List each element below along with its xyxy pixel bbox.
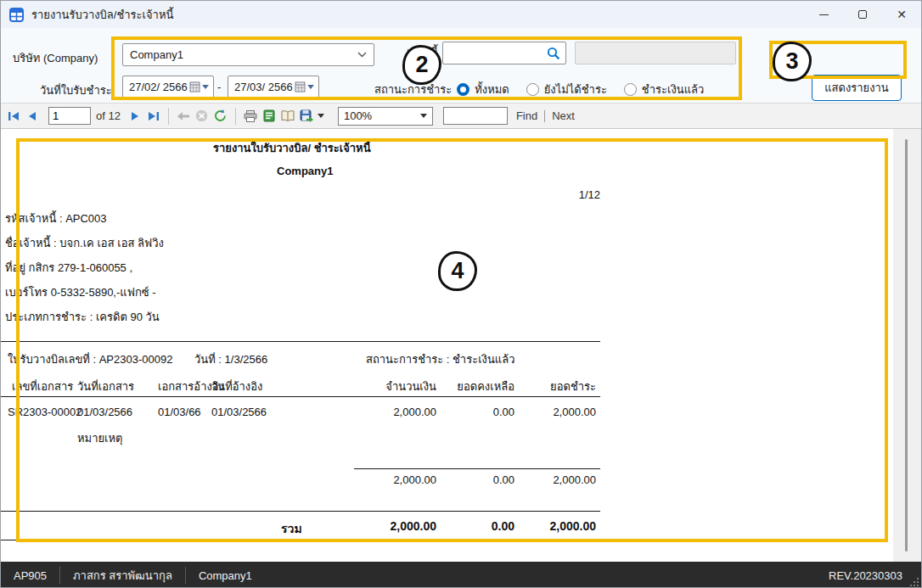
minimize-button[interactable] — [804, 1, 843, 28]
subtotal-balance: 0.00 — [493, 473, 514, 486]
creditor-name-line: ชื่อเจ้าหนี้ : บจก.เค เอส เอส ลิฟวิง — [5, 234, 164, 252]
radio-all-label[interactable]: ทั้งหมด — [475, 81, 509, 98]
statusbar: AP905 ภาสกร สราพัฒนากุล Company1 REV.202… — [1, 562, 921, 588]
report-viewer[interactable]: รายงานใบรับวางบิล/ ชำระเจ้าหนี้ Company1… — [1, 129, 921, 562]
creditor-phone-line: เบอร์โทร 0-5332-5890,-แฟกซ์ - — [5, 283, 156, 301]
col-header-amount: จำนวนเงิน — [385, 378, 436, 395]
vertical-scrollbar-thumb[interactable] — [905, 139, 908, 552]
col-header-paid: ยอดชำระ — [550, 378, 596, 395]
annotation-step-3: 3 — [773, 42, 812, 81]
creditor-searchbox — [442, 42, 566, 64]
close-icon: ✕ — [897, 8, 907, 20]
remark-label: หมายเหตุ — [77, 429, 123, 447]
company-select[interactable]: Company1 — [122, 43, 374, 66]
page-number-input[interactable] — [48, 107, 91, 125]
row-paid: 2,000.00 — [553, 406, 596, 418]
export-button[interactable] — [297, 107, 316, 126]
row-ref-doc: 01/03/66 — [158, 406, 201, 418]
company-select-value: Company1 — [130, 48, 183, 61]
zoom-select[interactable]: 100% — [338, 107, 433, 126]
chevron-down-icon — [202, 85, 209, 89]
radio-all[interactable] — [457, 83, 469, 96]
calendar-icon — [295, 81, 306, 92]
close-button[interactable]: ✕ — [882, 1, 921, 28]
print-layout-button[interactable] — [260, 107, 278, 126]
stop-button[interactable] — [193, 107, 211, 126]
minimize-icon — [819, 14, 829, 15]
radio-paid[interactable] — [624, 83, 637, 96]
date-to-picker[interactable]: 27/03/ 2566 — [228, 76, 319, 98]
total-label: รวม — [281, 519, 302, 538]
print-button[interactable] — [241, 107, 260, 126]
row-ref-date: 01/03/2566 — [211, 406, 267, 418]
date-range-label: วันที่ใบรับชำระ — [40, 81, 112, 99]
radio-unpaid[interactable] — [526, 83, 539, 96]
date-from-picker[interactable]: 27/02/ 2566 — [122, 76, 214, 98]
page-count-label: of 12 — [96, 109, 121, 122]
total-divider-top — [1, 511, 600, 512]
first-page-button[interactable] — [4, 107, 23, 126]
payment-type-line: ประเภทการชำระ : เครดิต 90 วัน — [5, 308, 160, 326]
resize-grip[interactable] — [910, 578, 919, 586]
report-toolbar: of 12 100 — [1, 103, 921, 129]
calendar-icon — [189, 81, 200, 92]
refresh-button[interactable] — [211, 107, 230, 126]
row-doc-date: 01/03/2566 — [77, 406, 132, 418]
maximize-button[interactable] — [843, 1, 882, 28]
radio-paid-label[interactable]: ชำระเงินแล้ว — [642, 81, 704, 98]
creditor-name-display — [575, 42, 736, 64]
next-button[interactable]: Next — [552, 109, 575, 122]
status-revision: REV.20230303 — [829, 569, 902, 582]
prev-page-button[interactable] — [23, 107, 42, 126]
date-from-value: 27/02/ 2566 — [129, 81, 188, 93]
app-icon — [9, 8, 24, 22]
back-button[interactable] — [174, 107, 193, 126]
report-divider — [1, 341, 600, 342]
report-company: Company1 — [277, 165, 333, 177]
total-amount: 2,000.00 — [391, 519, 437, 533]
findnext-separator — [544, 110, 545, 122]
window-titlebar: รายงานรับวางบิล/ชำระเจ้าหนี้ ✕ — [1, 1, 921, 28]
subtotal-paid: 2,000.00 — [553, 473, 596, 486]
window-title: รายงานรับวางบิล/ชำระเจ้าหนี้ — [31, 6, 173, 24]
bill-status: สถานะการชำระ : ชำระเงินแล้ว — [366, 350, 514, 368]
report-page-indicator: 1/12 — [579, 188, 600, 201]
subtotal-divider — [354, 468, 600, 469]
status-company: Company1 — [186, 569, 265, 582]
row-amount: 2,000.00 — [393, 406, 436, 418]
col-header-doc-date: วันที่เอกสาร — [77, 378, 134, 395]
col-header-doc-no: เลขที่เอกสาร — [12, 378, 73, 395]
radio-unpaid-label[interactable]: ยังไม่ได้ชำระ — [544, 81, 607, 98]
creditor-code-line: รหัสเจ้าหนี้ : APC003 — [5, 210, 107, 227]
toolbar-separator — [235, 108, 236, 125]
row-doc-no: SR2303-00002 — [8, 406, 82, 418]
last-page-button[interactable] — [144, 107, 163, 126]
find-button[interactable]: Find — [516, 109, 537, 122]
total-divider-bottom — [1, 540, 600, 540]
zoom-value: 100% — [344, 109, 372, 122]
bill-date: วันที่ : 1/3/2566 — [194, 350, 267, 368]
date-range-separator: - — [217, 81, 221, 93]
search-icon[interactable] — [547, 47, 560, 60]
maximize-icon — [858, 10, 867, 19]
find-input[interactable] — [443, 107, 508, 125]
report-title: รายงานใบรับวางบิล/ ชำระเจ้าหนี้ — [213, 139, 371, 157]
company-label: บริษัท (Company) — [13, 49, 98, 67]
show-report-button[interactable]: แสดงรายงาน — [812, 75, 902, 101]
chevron-down-icon — [307, 85, 314, 89]
chevron-down-icon — [420, 114, 427, 118]
bill-number: ใบรับวางบิลเลขที่ : AP2303-00092 — [8, 350, 172, 368]
creditor-search-input[interactable] — [448, 47, 542, 59]
date-to-value: 27/03/ 2566 — [234, 81, 293, 93]
next-page-button[interactable] — [126, 107, 144, 126]
page-setup-button[interactable] — [278, 107, 297, 126]
total-balance: 0.00 — [492, 519, 514, 533]
subtotal-amount: 2,000.00 — [393, 473, 436, 486]
report-divider — [1, 396, 600, 397]
toolbar-separator — [168, 108, 169, 125]
annotation-step-4: 4 — [438, 251, 477, 291]
total-paid: 2,000.00 — [550, 519, 597, 533]
export-dropdown-caret[interactable] — [316, 107, 326, 126]
chevron-down-icon — [357, 52, 367, 58]
col-header-balance: ยอดคงเหลือ — [457, 378, 514, 395]
